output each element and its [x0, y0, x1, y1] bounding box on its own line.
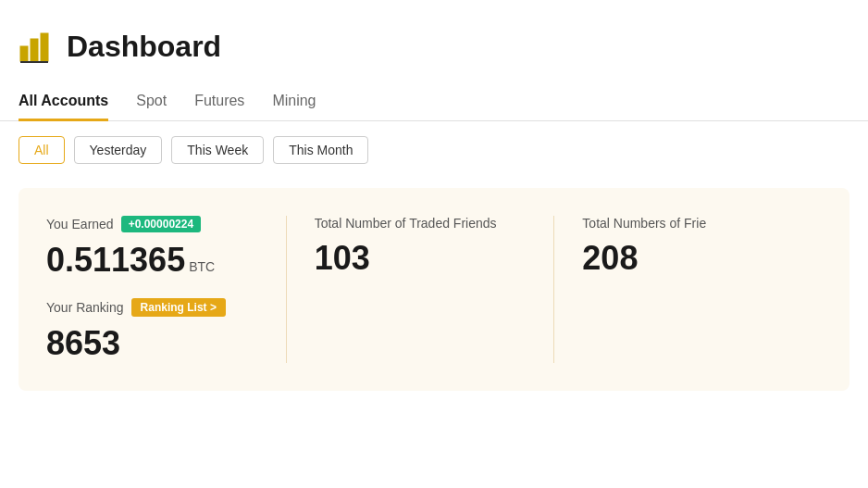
total-friends-block: Total Numbers of Frie 208: [553, 216, 822, 363]
filter-all[interactable]: All: [19, 136, 65, 164]
ranking-sub: Your Ranking Ranking List > 8653: [46, 298, 258, 363]
page-header: Dashboard: [0, 0, 868, 83]
tab-all-accounts[interactable]: All Accounts: [19, 83, 108, 121]
tab-mining[interactable]: Mining: [272, 83, 316, 121]
total-friends-label: Total Numbers of Frie: [582, 216, 794, 231]
tabs-nav: All Accounts Spot Futures Mining: [0, 83, 868, 121]
ranking-list-button[interactable]: Ranking List >: [131, 298, 226, 317]
earned-block: You Earned +0.00000224 0.511365BTC Your …: [46, 216, 286, 363]
total-friends-value: 208: [582, 238, 794, 278]
earned-label: You Earned +0.00000224: [46, 216, 258, 232]
dashboard-icon: [19, 28, 56, 65]
stats-card: You Earned +0.00000224 0.511365BTC Your …: [19, 188, 849, 391]
ranking-value: 8653: [46, 324, 258, 363]
filter-this-month[interactable]: This Month: [273, 136, 368, 164]
page-title: Dashboard: [67, 30, 221, 64]
traded-friends-block: Total Number of Traded Friends 103: [286, 216, 554, 363]
svg-rect-2: [41, 33, 48, 61]
svg-rect-1: [31, 39, 38, 61]
earned-value: 0.511365BTC: [46, 240, 258, 280]
svg-rect-3: [20, 61, 48, 63]
filter-this-week[interactable]: This Week: [171, 136, 264, 164]
traded-friends-value: 103: [315, 238, 527, 278]
tab-futures[interactable]: Futures: [194, 83, 244, 121]
earned-badge: +0.00000224: [121, 216, 201, 232]
tab-spot[interactable]: Spot: [136, 83, 167, 121]
time-filters: All Yesterday This Week This Month: [0, 121, 868, 179]
traded-friends-label: Total Number of Traded Friends: [315, 216, 527, 231]
filter-yesterday[interactable]: Yesterday: [74, 136, 163, 164]
earned-unit: BTC: [189, 259, 215, 274]
svg-rect-0: [20, 46, 28, 61]
ranking-label: Your Ranking Ranking List >: [46, 298, 258, 317]
